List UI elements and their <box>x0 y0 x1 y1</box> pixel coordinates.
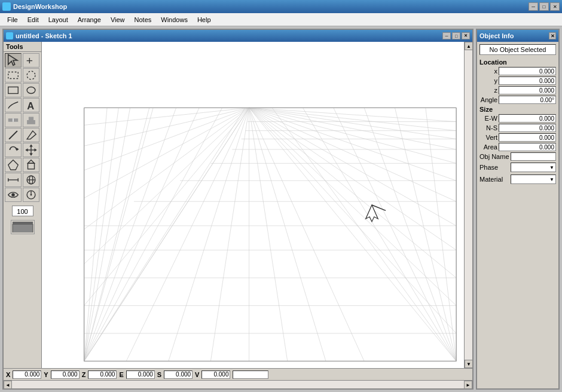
svg-rect-9 <box>27 120 35 124</box>
scroll-track-horizontal[interactable] <box>12 381 464 388</box>
tool-line[interactable] <box>5 98 22 112</box>
scroll-up-button[interactable]: ▲ <box>465 42 472 50</box>
tool-eraser[interactable] <box>23 128 39 142</box>
tools-label: Tools <box>4 42 41 52</box>
menu-windows[interactable]: Windows <box>156 15 193 24</box>
menu-arrange[interactable]: Arrange <box>73 15 106 24</box>
tool-text[interactable]: A <box>23 98 39 112</box>
horizontal-scrollbar: ◄ ► <box>4 380 472 388</box>
s-label: S <box>157 371 161 378</box>
v-value[interactable]: 0.000 <box>201 370 230 379</box>
z-value[interactable]: 0.000 <box>88 370 117 379</box>
area-row-label: Area <box>479 143 497 151</box>
svg-rect-4 <box>8 87 19 94</box>
y-value[interactable]: 0.000 <box>51 370 80 379</box>
svg-rect-21 <box>28 163 35 169</box>
tool-rect-select[interactable] <box>5 68 22 82</box>
vert-row-value[interactable]: 0.000 <box>499 133 556 142</box>
sketch-body: Tools + <box>4 42 472 368</box>
svg-marker-19 <box>35 148 37 152</box>
close-button[interactable]: ✕ <box>550 2 560 11</box>
scroll-down-button[interactable]: ▼ <box>465 360 472 368</box>
y-row: y 0.000 <box>479 76 556 85</box>
y-row-value[interactable]: 0.000 <box>499 76 556 85</box>
tool-measure[interactable] <box>5 173 22 187</box>
extra-value[interactable] <box>233 370 268 379</box>
tool-floor[interactable] <box>11 220 35 234</box>
svg-marker-0 <box>8 54 17 65</box>
menu-notes[interactable]: Notes <box>130 15 157 24</box>
x-row-value[interactable]: 0.000 <box>499 67 556 75</box>
tool-compass[interactable] <box>23 188 39 202</box>
z-row-label: z <box>479 87 497 94</box>
tool-lasso[interactable] <box>23 68 39 82</box>
scroll-left-button[interactable]: ◄ <box>4 381 12 389</box>
vertical-scrollbar: ▲ ▼ <box>464 42 472 368</box>
canvas-area[interactable] <box>42 42 464 368</box>
sketch-close[interactable]: ✕ <box>462 32 470 39</box>
tool-ellipse[interactable] <box>23 83 39 97</box>
maximize-button[interactable]: □ <box>539 2 549 11</box>
tool-add[interactable]: + <box>23 53 39 68</box>
sketch-icon <box>6 32 13 39</box>
sketch-minimize[interactable]: ─ <box>442 32 451 39</box>
object-info-close-button[interactable]: ✕ <box>549 32 556 39</box>
area-row-value[interactable]: 0.000 <box>499 143 556 151</box>
svg-rect-10 <box>29 117 33 121</box>
menu-file[interactable]: File <box>2 15 23 24</box>
tool-poly[interactable] <box>5 158 22 172</box>
menu-view[interactable]: View <box>106 15 130 24</box>
objname-value[interactable] <box>511 152 556 161</box>
ns-row-value[interactable]: 0.000 <box>499 124 556 132</box>
phase-label: Phase <box>479 164 509 171</box>
tools-panel: Tools + <box>4 42 42 368</box>
angle-row-value[interactable]: 0.00° <box>499 96 556 104</box>
object-info-status: No Object Selected <box>479 44 556 55</box>
e-value[interactable]: 0.000 <box>126 370 155 379</box>
scroll-track-vertical[interactable] <box>465 50 472 360</box>
size-label: Size <box>479 106 556 113</box>
scroll-right-button[interactable]: ► <box>464 381 472 389</box>
tool-pencil[interactable] <box>5 128 22 142</box>
z-row-value[interactable]: 0.000 <box>499 86 556 94</box>
tool-pan[interactable] <box>23 143 39 157</box>
menu-help[interactable]: Help <box>193 15 216 24</box>
menu-edit[interactable]: Edit <box>23 15 44 24</box>
tool-stamp[interactable] <box>23 113 39 127</box>
ns-row-label: N-S <box>479 124 497 131</box>
tool-rotate[interactable] <box>5 143 22 157</box>
x-row: x 0.000 <box>479 67 556 75</box>
ew-row-value[interactable]: 0.000 <box>499 114 556 122</box>
svg-point-5 <box>27 87 35 94</box>
material-arrow: ▼ <box>549 177 554 182</box>
ew-row-label: E-W <box>479 115 497 122</box>
sketch-title: untitled - Sketch 1 <box>16 32 72 39</box>
svg-text:+: + <box>26 54 33 67</box>
svg-text:A: A <box>27 100 34 111</box>
object-info-titlebar: Object Info ✕ <box>477 30 558 42</box>
svg-rect-34 <box>13 222 33 225</box>
x-value[interactable]: 0.000 <box>13 370 41 379</box>
sketch-window: untitled - Sketch 1 ─ □ ✕ Tools + <box>2 29 474 390</box>
area-row: Area 0.000 <box>479 143 556 151</box>
tool-shape1[interactable] <box>5 83 22 97</box>
title-bar: DesignWorkshop ─ □ ✕ <box>0 0 562 13</box>
objname-label: Obj Name <box>479 153 509 160</box>
tool-globe[interactable] <box>23 173 39 187</box>
sketch-window-controls: ─ □ ✕ <box>442 32 470 39</box>
minimize-button[interactable]: ─ <box>529 2 538 11</box>
sketch-maximize[interactable]: □ <box>452 32 460 39</box>
material-row: Material ▼ <box>479 174 556 184</box>
tool-wall[interactable] <box>5 113 22 127</box>
menu-layout[interactable]: Layout <box>44 15 73 24</box>
tool-select[interactable] <box>5 53 22 68</box>
tool-3d[interactable] <box>23 158 39 172</box>
main-area: untitled - Sketch 1 ─ □ ✕ Tools + <box>0 26 562 392</box>
s-value[interactable]: 0.000 <box>164 370 193 379</box>
phase-row: Phase ▼ <box>479 163 556 172</box>
svg-rect-33 <box>13 224 33 232</box>
tool-eye[interactable] <box>5 188 22 202</box>
phase-dropdown[interactable]: ▼ <box>511 163 556 172</box>
material-dropdown[interactable]: ▼ <box>511 174 556 184</box>
e-label: E <box>119 371 123 378</box>
